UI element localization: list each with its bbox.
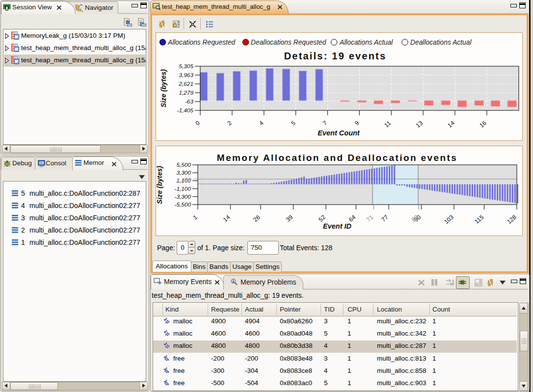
svg-text:1,486: 1,486	[176, 177, 191, 183]
svg-text:3,963: 3,963	[179, 72, 193, 78]
svg-text:2,621: 2,621	[178, 80, 193, 87]
svg-text:-63: -63	[185, 98, 193, 105]
svg-text:Allocations Requested: Allocations Requested	[167, 39, 236, 46]
svg-text:Event Count: Event Count	[318, 129, 360, 137]
svg-text:Size (bytes): Size (bytes)	[160, 69, 167, 107]
svg-text:5,305: 5,305	[179, 63, 193, 70]
svg-text:5,500: 5,500	[176, 161, 191, 168]
svg-text:3,300: 3,300	[176, 169, 191, 176]
svg-text:Deallocations Requested: Deallocations Requested	[251, 39, 327, 46]
svg-text:Memory Allocation and Dealloca: Memory Allocation and Deallocation event…	[217, 153, 457, 163]
svg-text:Size (bytes): Size (bytes)	[156, 166, 163, 204]
svg-text:Details: 19 events: Details: 19 events	[284, 51, 387, 61]
svg-text:Deallocations Actual: Deallocations Actual	[410, 39, 472, 46]
svg-text:Event ID: Event ID	[323, 222, 352, 230]
svg-text:-3,300: -3,300	[175, 193, 191, 200]
svg-text:-5,500: -5,500	[175, 201, 191, 208]
svg-text:-1,405: -1,405	[177, 107, 194, 114]
svg-text:-1,100: -1,100	[175, 185, 191, 192]
svg-text:Allocations Actual: Allocations Actual	[339, 39, 393, 46]
svg-text:1,279: 1,279	[179, 89, 193, 96]
